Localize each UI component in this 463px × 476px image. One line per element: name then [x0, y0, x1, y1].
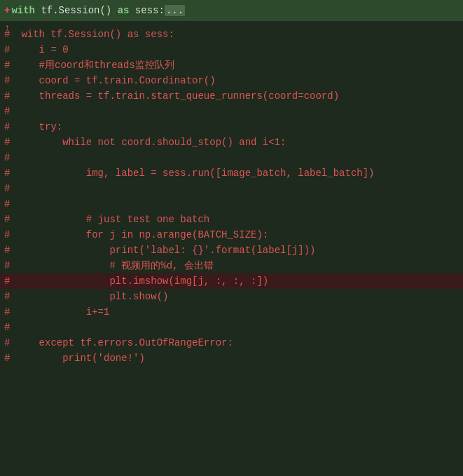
code-line: # try:	[0, 119, 463, 135]
header-line: + with tf.Session() as sess:...	[0, 0, 463, 21]
code-container: + with tf.Session() as sess:... ↑ # with…	[0, 0, 463, 476]
line-content: i+=1	[15, 306, 109, 318]
header-code: with tf.Session() as sess:...	[11, 5, 185, 16]
hash: #	[4, 291, 15, 302]
hash: #	[4, 353, 15, 364]
hash: #	[4, 260, 15, 271]
line-content: for j in np.arange(BATCH_SIZE):	[15, 229, 268, 240]
line-content: coord = tf.train.Coordinator()	[15, 75, 216, 86]
code-line: # coord = tf.train.Coordinator()	[0, 73, 463, 88]
hash: #	[4, 121, 15, 132]
line-content: while not coord.should_stop() and i<1:	[15, 137, 286, 148]
code-line: # i = 0	[0, 42, 463, 57]
line-content: print('label: {}'.format(label[j]))	[15, 245, 315, 256]
code-line-highlighted: # plt.imshow(img[j, :, :, :])	[0, 273, 463, 289]
hash: #	[4, 322, 15, 333]
plus-sign: +	[4, 5, 10, 16]
arrow-indicator: ↑	[4, 22, 10, 34]
hash: #	[4, 90, 15, 102]
line-content: # just test one batch	[15, 214, 209, 225]
hash: #	[4, 152, 15, 163]
line-content: print('done!')	[15, 353, 145, 364]
hash: #	[4, 106, 15, 117]
code-line: # # just test one batch	[0, 212, 463, 227]
hash: #	[4, 245, 15, 256]
line-content: threads = tf.train.start_queue_runners(c…	[15, 90, 339, 102]
hash: #	[4, 137, 15, 148]
code-line: # plt.show()	[0, 289, 463, 304]
hash: #	[4, 214, 15, 225]
code-line: #	[0, 320, 463, 335]
hash: #	[4, 229, 15, 240]
hash: #	[4, 60, 15, 71]
line-content: # 视频用的%d, 会出错	[15, 259, 214, 272]
hash: #	[4, 168, 15, 179]
code-line: #	[0, 150, 463, 165]
line-content: plt.show()	[15, 291, 168, 302]
code-line: # while not coord.should_stop() and i<1:	[0, 135, 463, 150]
code-line: #	[0, 181, 463, 196]
code-line: # print('label: {}'.format(label[j]))	[0, 243, 463, 258]
hash: #	[4, 276, 15, 287]
code-line: # img, label = sess.run([image_batch, la…	[0, 165, 463, 181]
code-line: # for j in np.arange(BATCH_SIZE):	[0, 227, 463, 243]
code-line: # print('done!')	[0, 351, 463, 366]
code-line: # threads = tf.train.start_queue_runners…	[0, 88, 463, 104]
line-content: #用coord和threads监控队列	[15, 59, 174, 72]
hash: #	[4, 75, 15, 86]
hash: #	[4, 306, 15, 318]
code-line: # #用coord和threads监控队列	[0, 57, 463, 73]
line-content: except tf.errors.OutOfRangeError:	[15, 337, 233, 348]
code-line: # with tf.Session() as sess:	[0, 27, 463, 42]
line-content: plt.imshow(img[j, :, :, :])	[15, 276, 268, 287]
code-line: # # 视频用的%d, 会出错	[0, 258, 463, 273]
code-line: #	[0, 196, 463, 212]
code-lines: # with tf.Session() as sess: # i = 0 # #…	[0, 21, 463, 366]
hash: #	[4, 183, 15, 194]
code-line: # i+=1	[0, 304, 463, 320]
hash: #	[4, 44, 15, 55]
hash: #	[4, 337, 15, 348]
line-content: img, label = sess.run([image_batch, labe…	[15, 168, 374, 179]
line-content: with tf.Session() as sess:	[15, 29, 174, 40]
line-content: i = 0	[15, 44, 69, 55]
line-content: try:	[15, 121, 62, 132]
hash: #	[4, 198, 15, 210]
code-line: # except tf.errors.OutOfRangeError:	[0, 335, 463, 351]
code-line: #	[0, 104, 463, 119]
